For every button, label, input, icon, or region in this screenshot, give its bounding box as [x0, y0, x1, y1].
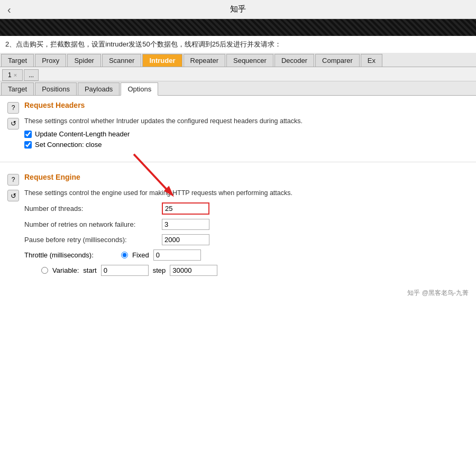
tab-spider[interactable]: Spider — [67, 54, 101, 67]
checkbox-update-content-length-label: Update Content-Length header — [35, 130, 130, 138]
request-engine-help-button[interactable]: ? — [7, 174, 19, 186]
request-engine-title: Request Engine — [24, 173, 80, 181]
throttle-fixed-input[interactable] — [153, 249, 201, 261]
pause-label: Pause before retry (milliseconds): — [24, 236, 162, 244]
checkbox-set-connection: Set Connection: close — [24, 141, 303, 149]
tab-intruder[interactable]: Intruder — [142, 54, 182, 67]
title-bar: ‹ 知乎 — [0, 0, 476, 19]
tab-decoder[interactable]: Decoder — [274, 54, 314, 67]
throttle-start-label: start — [83, 266, 96, 274]
request-headers-title: Request Headers — [24, 101, 85, 109]
dots-tab[interactable]: ... — [24, 69, 39, 81]
pause-row: Pause before retry (milliseconds): — [24, 234, 469, 245]
tab-sequencer[interactable]: Sequencer — [226, 54, 273, 67]
request-engine-refresh-button[interactable]: ↺ — [7, 190, 19, 201]
num-tab-close[interactable]: × — [14, 72, 17, 78]
checkbox-update-content-length: Update Content-Length header — [24, 130, 303, 138]
threads-input[interactable] — [162, 202, 209, 215]
request-engine-section: ? Request Engine ↺ These settings contro… — [0, 168, 476, 285]
number-row: 1 × ... — [0, 67, 476, 81]
main-tab-bar: Target Proxy Spider Scanner Intruder Rep… — [0, 53, 476, 67]
throttle-step-input[interactable] — [170, 265, 217, 276]
throttle-variable-row: Variable: start step — [41, 265, 469, 276]
tab-scanner[interactable]: Scanner — [102, 54, 141, 67]
page-title: 知乎 — [230, 4, 246, 13]
throttle-start-input[interactable] — [101, 265, 149, 276]
request-headers-refresh-button[interactable]: ↺ — [7, 118, 19, 130]
pause-input[interactable] — [162, 234, 209, 245]
throttle-variable-radio[interactable] — [41, 267, 48, 274]
request-headers-desc: These settings control whether Intruder … — [24, 117, 303, 126]
throttle-step-label: step — [153, 266, 166, 274]
throttle-label: Throttle (milliseconds): — [24, 251, 117, 259]
request-headers-checkboxes: Update Content-Length header Set Connect… — [24, 130, 303, 149]
sub-tab-target[interactable]: Target — [1, 82, 34, 95]
retries-row: Number of retries on network failure: — [24, 219, 469, 230]
instruction-text: 2、点击购买，拦截数据包，设置intruder发送50个数据包，线程调到25后发… — [0, 36, 476, 53]
tab-ex[interactable]: Ex — [361, 54, 382, 67]
tab-repeater[interactable]: Repeater — [184, 54, 225, 67]
request-headers-header: ? Request Headers — [7, 101, 469, 114]
throttle-fixed-label: Fixed — [132, 251, 149, 259]
sub-tab-options[interactable]: Options — [121, 82, 158, 96]
checkbox-set-connection-label: Set Connection: close — [35, 141, 102, 149]
sub-tab-positions[interactable]: Positions — [35, 82, 77, 95]
checkbox-update-content-length-input[interactable] — [24, 131, 32, 138]
throttle-fixed-row: Throttle (milliseconds): Fixed — [24, 249, 469, 261]
tab-proxy[interactable]: Proxy — [35, 54, 66, 67]
request-engine-header: ? Request Engine — [7, 173, 469, 186]
back-button[interactable]: ‹ — [7, 3, 11, 15]
request-headers-help-button[interactable]: ? — [7, 102, 19, 114]
num-tab-1[interactable]: 1 × — [2, 69, 23, 81]
threads-label: Number of threads: — [24, 205, 162, 212]
section-divider — [0, 162, 476, 162]
black-banner — [0, 19, 476, 36]
retries-label: Number of retries on network failure: — [24, 220, 162, 228]
sub-tab-bar: Target Positions Payloads Options — [0, 81, 476, 96]
throttle-variable-label: Variable: — [52, 266, 79, 274]
checkbox-set-connection-input[interactable] — [24, 141, 32, 149]
watermark: 知乎 @黑客老鸟-九菁 — [0, 285, 476, 301]
threads-row: Number of threads: — [24, 202, 469, 215]
tab-comparer[interactable]: Comparer — [315, 54, 360, 67]
request-engine-desc: These settings control the engine used f… — [24, 189, 469, 198]
retries-input[interactable] — [162, 219, 209, 230]
throttle-fixed-radio[interactable] — [121, 252, 128, 258]
request-headers-section: ? Request Headers ↺ These settings contr… — [0, 96, 476, 157]
content-area: ? Request Headers ↺ These settings contr… — [0, 96, 476, 285]
tab-target[interactable]: Target — [1, 54, 34, 67]
num-tab-label: 1 — [8, 71, 12, 79]
sub-tab-payloads[interactable]: Payloads — [78, 82, 120, 95]
